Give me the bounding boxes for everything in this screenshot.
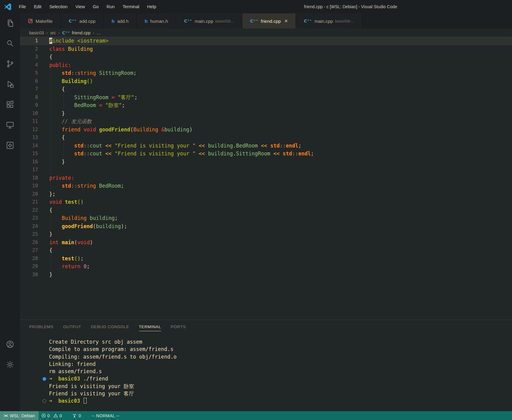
tab-main-cppbasic04[interactable]: C⁺⁺main.cppbasic04/...: [296, 13, 362, 29]
tab-main-cppbasic03[interactable]: C⁺⁺main.cppbasic03/...: [176, 13, 242, 29]
code-line-17[interactable]: 17: [20, 166, 512, 174]
breadcrumb-item-friend-cpp[interactable]: C⁺⁺friend.cpp: [62, 30, 90, 35]
code-line-29[interactable]: 29 return 0;: [20, 262, 512, 271]
line-number[interactable]: 22: [20, 206, 49, 214]
code-line-19[interactable]: 19 std::string BedRoom;: [20, 182, 512, 190]
menu-file[interactable]: File: [15, 0, 30, 13]
panel-tab-problems[interactable]: PROBLEMS: [24, 320, 58, 333]
menu-selection[interactable]: Selection: [45, 0, 71, 13]
code-line-12[interactable]: 12 friend void goodFriend(Building &buil…: [20, 126, 512, 134]
tab-add-h[interactable]: hadd.h: [104, 13, 137, 29]
code-line-28[interactable]: 28 test();: [20, 255, 512, 263]
line-number[interactable]: 3: [20, 53, 49, 61]
code-line-26[interactable]: 26int main(void): [20, 238, 512, 247]
line-number[interactable]: 10: [20, 109, 49, 118]
breadcrumb-item-[interactable]: ...: [97, 30, 100, 35]
line-number[interactable]: 27: [20, 246, 49, 255]
code-line-16[interactable]: 16 }: [20, 158, 512, 166]
menu-view[interactable]: View: [71, 0, 89, 13]
activity-search[interactable]: [0, 34, 20, 54]
code-line-10[interactable]: 10 }: [20, 109, 512, 118]
line-number[interactable]: 24: [20, 222, 49, 231]
code-line-27[interactable]: 27{: [20, 246, 512, 255]
line-number[interactable]: 5: [20, 69, 49, 77]
code-line-18[interactable]: 18private:: [20, 174, 512, 182]
line-number[interactable]: 8: [20, 93, 49, 102]
line-number[interactable]: 29: [20, 262, 49, 271]
line-number[interactable]: 30: [20, 271, 49, 279]
code-line-1[interactable]: 1#include <iostream>: [20, 37, 512, 45]
line-number[interactable]: 26: [20, 238, 49, 247]
activity-account[interactable]: [0, 335, 20, 355]
line-number[interactable]: 20: [20, 190, 49, 198]
line-number[interactable]: 17: [20, 166, 49, 174]
line-number[interactable]: 9: [20, 101, 49, 109]
line-number[interactable]: 15: [20, 150, 49, 158]
code-line-13[interactable]: 13 {: [20, 134, 512, 142]
activity-settings[interactable]: [0, 355, 20, 375]
code-line-2[interactable]: 2class Building: [20, 45, 512, 53]
code-line-3[interactable]: 3{: [20, 53, 512, 61]
line-number[interactable]: 25: [20, 230, 49, 238]
line-number[interactable]: 18: [20, 174, 49, 182]
panel-tab-terminal[interactable]: TERMINAL: [134, 320, 166, 333]
code-line-14[interactable]: 14 std::cout << "Friend is visiting your…: [20, 142, 512, 150]
line-number[interactable]: 16: [20, 158, 49, 166]
line-number[interactable]: 7: [20, 85, 49, 93]
code-line-22[interactable]: 22{: [20, 206, 512, 214]
menu-go[interactable]: Go: [89, 0, 102, 13]
tab-makefile[interactable]: Makefile: [20, 13, 61, 29]
code-line-11[interactable]: 11 // 友元函数: [20, 117, 512, 126]
code-line-23[interactable]: 23 Building building;: [20, 214, 512, 222]
line-number[interactable]: 4: [20, 61, 49, 69]
code-line-30[interactable]: 30}: [20, 271, 512, 279]
activity-extensions[interactable]: [0, 95, 20, 115]
menu-help[interactable]: Help: [143, 0, 160, 13]
line-number[interactable]: 13: [20, 134, 49, 142]
line-number[interactable]: 23: [20, 214, 49, 222]
remote-indicator[interactable]: >< WSL: Debian: [0, 411, 39, 420]
tab-add-cpp[interactable]: C⁺⁺add.cpp: [61, 13, 104, 29]
activity-source-control[interactable]: [0, 54, 20, 75]
menu-run[interactable]: Run: [103, 0, 119, 13]
code-line-8[interactable]: 8 SittingRoom = "客厅";: [20, 93, 512, 102]
tab-friend-cpp[interactable]: C⁺⁺friend.cpp×: [242, 13, 296, 29]
line-number[interactable]: 12: [20, 126, 49, 134]
activity-explorer[interactable]: [0, 13, 20, 34]
tab-human-h[interactable]: hhuman.h: [137, 13, 176, 29]
code-editor[interactable]: 1#include <iostream>2class Building3{4pu…: [20, 37, 512, 320]
line-number[interactable]: 19: [20, 182, 49, 190]
close-tab-icon[interactable]: ×: [285, 18, 288, 24]
line-number[interactable]: 2: [20, 45, 49, 53]
menu-edit[interactable]: Edit: [30, 0, 45, 13]
line-number[interactable]: 28: [20, 255, 49, 263]
code-line-21[interactable]: 21void test(): [20, 198, 512, 206]
activity-remote-explorer[interactable]: [0, 115, 20, 136]
code-line-4[interactable]: 4public:: [20, 61, 512, 69]
code-line-9[interactable]: 9 BedRoom = "卧室";: [20, 101, 512, 109]
activity-run-debug[interactable]: [0, 75, 20, 95]
line-number[interactable]: 6: [20, 77, 49, 85]
breadcrumb-item-src[interactable]: src: [50, 30, 56, 35]
line-number[interactable]: 1: [20, 37, 49, 45]
code-line-25[interactable]: 25}: [20, 230, 512, 238]
code-line-5[interactable]: 5 std::string SittingRoom;: [20, 69, 512, 77]
code-line-24[interactable]: 24 goodFriend(building);: [20, 222, 512, 231]
code-line-20[interactable]: 20};: [20, 190, 512, 198]
panel-tab-output[interactable]: OUTPUT: [58, 320, 86, 333]
code-line-6[interactable]: 6 Building(): [20, 77, 512, 85]
breadcrumb-item-basic03[interactable]: basic03: [29, 30, 44, 35]
vim-mode-indicator[interactable]: -- NORMAL --: [87, 411, 124, 420]
code-line-7[interactable]: 7 {: [20, 85, 512, 93]
problems-status[interactable]: 0 0: [39, 411, 65, 420]
ports-status[interactable]: 0: [69, 411, 84, 420]
terminal[interactable]: Create Directory src obj assemCompile to…: [20, 333, 512, 411]
activity-makefile-tools[interactable]: [0, 136, 20, 156]
line-number[interactable]: 14: [20, 142, 49, 150]
panel-tab-debug-console[interactable]: DEBUG CONSOLE: [86, 320, 134, 333]
menu-terminal[interactable]: Terminal: [119, 0, 143, 13]
line-number[interactable]: 21: [20, 198, 49, 206]
panel-tab-ports[interactable]: PORTS: [166, 320, 191, 333]
code-line-15[interactable]: 15 std::cout << "Friend is visiting your…: [20, 150, 512, 158]
line-number[interactable]: 11: [20, 117, 49, 126]
